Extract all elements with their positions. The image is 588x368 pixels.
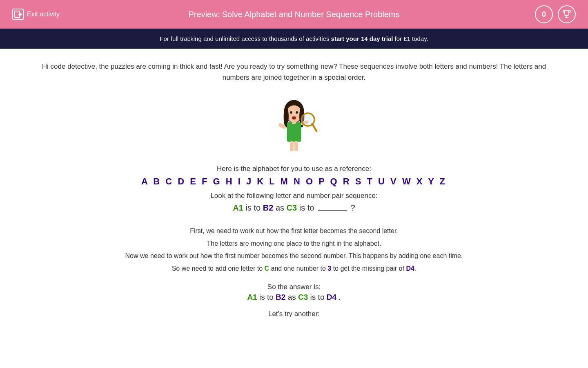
sequence-puzzle: A1 is to B2 as C3 is to ? [41, 203, 547, 213]
score-badge: 0 [535, 5, 553, 23]
explanation-line-2: The letters are moving one place to the … [41, 238, 547, 250]
exp4-d4: D4 [406, 265, 414, 272]
exit-activity-button[interactable]: Exit activity [12, 9, 60, 20]
exit-icon [12, 9, 24, 20]
app-header: Exit activity Preview: Solve Alphabet an… [0, 0, 588, 29]
explanation-line-1: First, we need to work out how the first… [41, 225, 547, 237]
pair-c3: C3 [287, 203, 297, 212]
answer-blank [318, 210, 347, 211]
answer-pair-a1: A1 [247, 293, 257, 301]
detective-image-container [41, 95, 547, 153]
answer-line: A1 is to B2 as C3 is to D4 . [41, 293, 547, 302]
is-to-2: is to [299, 203, 316, 212]
question-mark: ? [351, 203, 355, 212]
answer-pair-d4: D4 [327, 293, 336, 301]
pair-a1: A1 [233, 203, 243, 212]
svg-point-8 [290, 111, 292, 114]
pair-b2: B2 [263, 203, 274, 212]
main-content: Hi code detective, the puzzles are comin… [0, 49, 588, 330]
answer-is-to-2: is to [310, 293, 327, 301]
svg-point-11 [292, 117, 296, 119]
lets-try-section: Let's try another: [41, 310, 547, 318]
answer-as: as [288, 293, 298, 301]
answer-label: So the answer is: [41, 283, 547, 291]
exp4-end: to get the missing pair of [331, 265, 406, 272]
svg-rect-13 [292, 121, 296, 124]
header-right-controls: 0 [535, 5, 576, 23]
banner-text-before: For full tracking and unlimited access t… [160, 35, 331, 42]
exp4-before: So we need to add one letter to [172, 265, 265, 272]
banner-cta[interactable]: start your 14 day trial [331, 35, 393, 42]
lets-try-text: Let's try another: [41, 310, 547, 318]
reference-intro: Here is the alphabet for you to use as a… [41, 165, 547, 173]
intro-paragraph: Hi code detective, the puzzles are comin… [41, 61, 547, 83]
explanation-line-4: So we need to add one letter to C and on… [41, 263, 547, 275]
svg-rect-18 [290, 141, 294, 151]
answer-pair-c3: C3 [298, 293, 308, 301]
page-title: Preview: Solve Alphabet and Number Seque… [189, 10, 400, 19]
exp4-period: . [414, 265, 416, 272]
answer-section: So the answer is: A1 is to B2 as C3 is t… [41, 283, 547, 302]
svg-rect-12 [287, 122, 301, 142]
is-to-1: is to [245, 203, 263, 212]
as-text: as [276, 203, 287, 212]
exp4-c: C [265, 265, 270, 272]
answer-pair-b2: B2 [276, 293, 285, 301]
explanation-line-3: Now we need to work out how the first nu… [41, 250, 547, 262]
exit-activity-label: Exit activity [27, 11, 60, 18]
reference-section: Here is the alphabet for you to use as a… [41, 165, 547, 213]
svg-line-17 [312, 124, 317, 131]
exp4-mid: and one number to [269, 265, 327, 272]
detective-image [267, 95, 321, 153]
trophy-badge [558, 5, 576, 23]
banner-text-after: for £1 today. [393, 35, 428, 42]
answer-period: . [339, 293, 341, 301]
exp4-3: 3 [327, 265, 331, 272]
svg-point-9 [296, 111, 298, 114]
sequence-intro: Look at the following letter and number … [41, 192, 547, 200]
svg-rect-19 [294, 141, 298, 151]
promo-banner: For full tracking and unlimited access t… [0, 29, 588, 49]
answer-is-to-1: is to [259, 293, 276, 301]
alphabet-display: A B C D E F G H I J K L M N O P Q R S T … [41, 176, 547, 187]
explanation-section: First, we need to work out how the first… [41, 225, 547, 275]
